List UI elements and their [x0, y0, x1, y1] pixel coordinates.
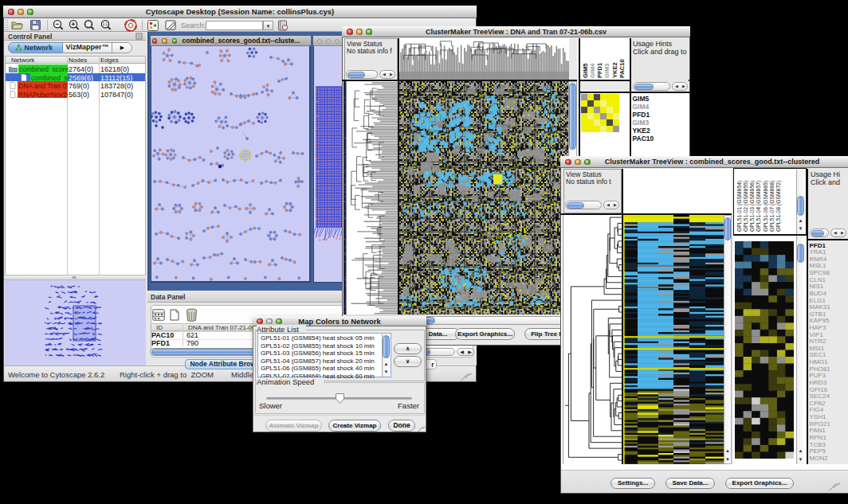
svg-text:PFD1: PFD1	[596, 63, 603, 78]
svg-text:GPL51-04 (GSM857): GPL51-04 (GSM857)	[756, 181, 762, 232]
svg-text:GPL51-07 (GSM868): GPL51-07 (GSM868)	[769, 181, 775, 232]
svg-text:GPL51-03 (GSM856): GPL51-03 (GSM856)	[749, 181, 756, 232]
svg-text:1:1: 1:1	[103, 22, 108, 26]
svg-text:YKE2: YKE2	[610, 62, 618, 78]
svg-text:GPL51-02 (GSM855): GPL51-02 (GSM855)	[743, 181, 749, 232]
svg-text:GPL51-08 (GSM872): GPL51-08 (GSM872)	[775, 181, 782, 232]
svg-text:GPL51-06 (GSM865): GPL51-06 (GSM865)	[763, 181, 769, 232]
svg-text:GIM4: GIM4	[588, 63, 595, 78]
svg-text:GIM3: GIM3	[603, 64, 610, 78]
svg-text:GIM5: GIM5	[581, 64, 588, 78]
svg-text:GPL51-01 (GSM854): GPL51-01 (GSM854)	[736, 181, 743, 232]
svg-text:PAC10: PAC10	[618, 59, 626, 78]
